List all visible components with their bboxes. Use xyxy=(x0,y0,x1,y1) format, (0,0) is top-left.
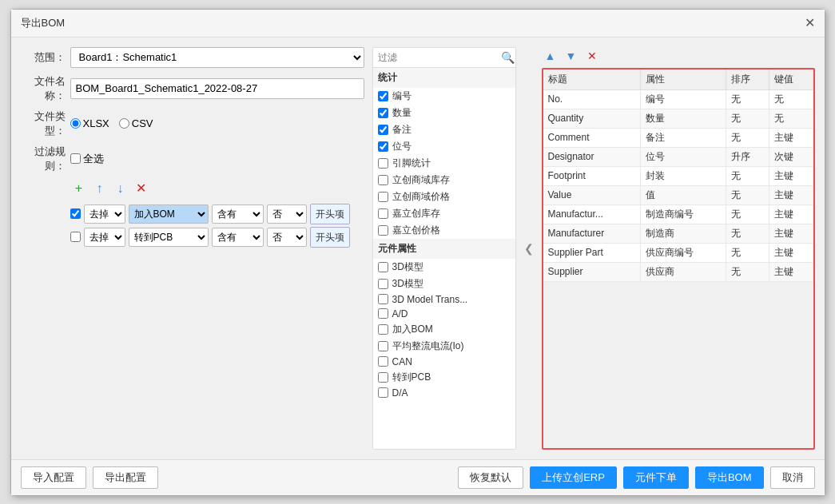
stat-checkbox-7[interactable] xyxy=(378,208,388,219)
stat-checkbox-5[interactable] xyxy=(378,175,388,185)
stat-checkbox-8[interactable] xyxy=(378,225,388,236)
table-row[interactable]: Value 值 无 主键 xyxy=(543,185,813,204)
select-all-checkbox[interactable] xyxy=(70,153,81,164)
stat-checkbox-0[interactable] xyxy=(378,91,388,101)
prop-item-0: 3D模型 xyxy=(373,259,515,276)
filter-row-1-val[interactable]: 否 是 xyxy=(267,228,307,247)
table-row[interactable]: Manufactur... 制造商编号 无 主键 xyxy=(543,204,813,224)
filter-row-1-op[interactable]: 转到PCB xyxy=(129,228,209,247)
filter-row-0-checkbox[interactable] xyxy=(70,208,81,219)
filter-row-0-op[interactable]: 加入BOM xyxy=(129,204,209,224)
table-row[interactable]: Supplier Part 供应商编号 无 主键 xyxy=(543,243,813,262)
filename-input[interactable] xyxy=(70,78,364,99)
prop-checkbox-5[interactable] xyxy=(378,341,388,351)
order-component-button[interactable]: 元件下单 xyxy=(623,466,689,489)
filter-row-1-action[interactable]: 去掉 保留 xyxy=(84,228,125,247)
table-head: 标题 属性 排序 键值 xyxy=(543,69,813,90)
table-row[interactable]: Designator 位号 升序 次键 xyxy=(543,147,813,166)
cell-key-8: 主键 xyxy=(769,243,813,262)
filter-row-0-end[interactable]: 开头项 xyxy=(310,204,350,224)
add-filter-button[interactable]: + xyxy=(70,180,88,197)
data-table: 标题 属性 排序 键值 No. 编号 无 无 Quantity 数量 无 无 C… xyxy=(543,69,813,282)
cell-sort-2: 无 xyxy=(726,128,769,147)
stat-checkbox-3[interactable] xyxy=(378,141,388,152)
prop-checkbox-7[interactable] xyxy=(378,372,388,383)
filetype-radio-group: XLSX CSV xyxy=(70,117,153,129)
range-label: 范围： xyxy=(21,50,66,65)
search-input[interactable] xyxy=(378,52,498,63)
cell-sort-5: 无 xyxy=(726,185,769,204)
cell-prop-1: 数量 xyxy=(640,109,726,128)
filter-rule-label: 过滤规则： xyxy=(21,145,66,173)
range-select[interactable]: Board1：Schematic1 xyxy=(70,47,364,68)
stat-label-8: 嘉立创价格 xyxy=(392,224,440,237)
prop-checkbox-0[interactable] xyxy=(378,262,388,272)
select-all-label[interactable]: 全选 xyxy=(70,152,104,166)
table-row[interactable]: No. 编号 无 无 xyxy=(543,89,813,109)
prop-checkbox-6[interactable] xyxy=(378,356,388,367)
table-row[interactable]: Manufacturer 制造商 无 主键 xyxy=(543,224,813,243)
table-row[interactable]: Comment 备注 无 主键 xyxy=(543,128,813,147)
move-down-filter-button[interactable]: ↓ xyxy=(112,180,129,197)
restore-default-button[interactable]: 恢复默认 xyxy=(458,466,523,489)
filter-row-1-end[interactable]: 开头项 xyxy=(310,227,350,248)
filter-toolbar: + ↑ ↓ ✕ xyxy=(70,180,364,197)
xlsx-radio[interactable] xyxy=(70,118,81,129)
stat-section-title: 统计 xyxy=(373,68,515,88)
xlsx-radio-label[interactable]: XLSX xyxy=(70,117,109,129)
filter-rule-row: 过滤规则： 全选 xyxy=(21,145,364,173)
middle-panel: 🔍 统计 编号 数量 备注 位号 xyxy=(372,47,516,450)
search-icon: 🔍 xyxy=(501,51,515,64)
prop-checkbox-4[interactable] xyxy=(378,324,388,335)
export-bom-button[interactable]: 导出BOM xyxy=(695,466,764,489)
csv-radio-label[interactable]: CSV xyxy=(119,117,153,129)
filetype-label: 文件类型： xyxy=(21,109,66,138)
cell-prop-9: 供应商 xyxy=(640,262,726,281)
panel-expander[interactable]: ❮ xyxy=(524,47,534,450)
right-move-up-button[interactable]: ▲ xyxy=(542,47,559,65)
delete-filter-button[interactable]: ✕ xyxy=(133,180,150,197)
filter-row-0-action[interactable]: 去掉 保留 xyxy=(84,204,125,224)
data-table-wrapper: 标题 属性 排序 键值 No. 编号 无 无 Quantity 数量 无 无 C… xyxy=(542,68,815,450)
cell-title-6: Manufactur... xyxy=(543,204,641,224)
cell-key-9: 主键 xyxy=(769,262,813,281)
right-delete-button[interactable]: ✕ xyxy=(583,47,601,65)
col-header-sort: 排序 xyxy=(726,69,769,90)
prop-checkbox-1[interactable] xyxy=(378,279,388,289)
prop-checkbox-3[interactable] xyxy=(378,308,388,319)
stat-checkbox-6[interactable] xyxy=(378,192,388,202)
stat-checkbox-1[interactable] xyxy=(378,108,388,118)
prop-checkbox-2[interactable] xyxy=(378,294,388,304)
filter-row-0-cond[interactable]: 含有 不含有 xyxy=(212,204,264,224)
stat-checkbox-4[interactable] xyxy=(378,158,388,169)
cell-prop-7: 制造商 xyxy=(640,224,726,243)
cancel-button[interactable]: 取消 xyxy=(770,466,815,489)
prop-item-4: 加入BOM xyxy=(373,321,515,338)
filter-row-0-val[interactable]: 否 是 xyxy=(267,204,307,224)
xlsx-label: XLSX xyxy=(83,117,109,129)
prop-checkbox-8[interactable] xyxy=(378,387,388,398)
upload-erp-button[interactable]: 上传立创ERP xyxy=(530,466,617,489)
cell-title-2: Comment xyxy=(543,128,641,147)
close-button[interactable]: ✕ xyxy=(805,17,815,30)
stat-label-0: 编号 xyxy=(392,89,412,103)
filename-label: 文件名称： xyxy=(21,74,66,103)
stat-checkbox-2[interactable] xyxy=(378,125,388,135)
table-row[interactable]: Quantity 数量 无 无 xyxy=(543,109,813,128)
export-config-button[interactable]: 导出配置 xyxy=(93,466,158,489)
table-row[interactable]: Footprint 封装 无 主键 xyxy=(543,166,813,185)
filter-row-1-checkbox[interactable] xyxy=(70,232,81,242)
filter-row-1-cond[interactable]: 含有 不含有 xyxy=(212,228,264,247)
cell-sort-1: 无 xyxy=(726,109,769,128)
move-up-filter-button[interactable]: ↑ xyxy=(91,180,109,197)
col-header-key: 键值 xyxy=(769,69,813,90)
cell-title-8: Supplier Part xyxy=(543,243,641,262)
select-all-text: 全选 xyxy=(83,152,104,166)
import-config-button[interactable]: 导入配置 xyxy=(21,466,86,489)
csv-radio[interactable] xyxy=(119,118,129,129)
right-move-down-button[interactable]: ▼ xyxy=(563,47,580,65)
search-bar: 🔍 xyxy=(373,48,515,68)
stat-item-8: 嘉立创价格 xyxy=(373,222,515,239)
prop-item-5: 平均整流电流(Io) xyxy=(373,338,515,355)
table-row[interactable]: Supplier 供应商 无 主键 xyxy=(543,262,813,281)
